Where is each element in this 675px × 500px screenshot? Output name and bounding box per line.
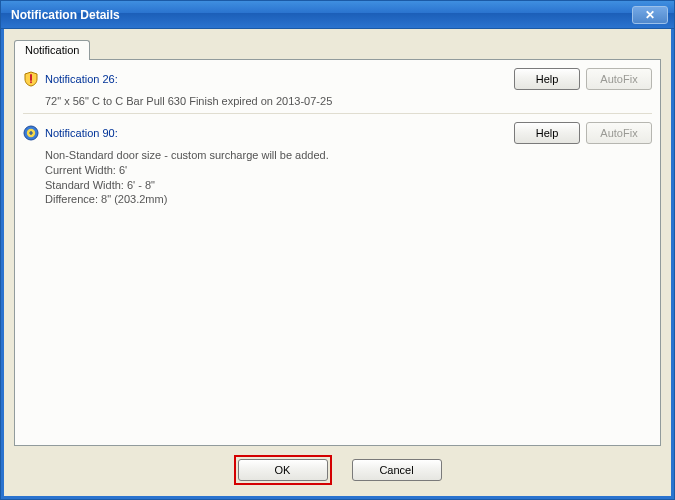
notification-body: 72" x 56" C to C Bar Pull 630 Finish exp…	[23, 92, 652, 114]
ok-highlight: OK	[234, 455, 332, 485]
dialog-window: Notification Details ✕ Notification	[0, 0, 675, 500]
close-icon: ✕	[645, 9, 655, 21]
notification-header: Notification 26: Help AutoFix	[23, 66, 652, 92]
ok-button[interactable]: OK	[238, 459, 328, 481]
cancel-button[interactable]: Cancel	[352, 459, 442, 481]
svg-point-0	[30, 81, 32, 83]
notification-item: Notification 26: Help AutoFix 72" x 56" …	[23, 66, 652, 114]
tab-label: Notification	[25, 44, 79, 56]
info-circle-icon	[23, 125, 39, 141]
tab-panel: Notification 26: Help AutoFix 72" x 56" …	[14, 59, 661, 446]
client-area: Notification Notification 26: Help	[1, 29, 674, 499]
help-button[interactable]: Help	[514, 122, 580, 144]
notification-item: Notification 90: Help AutoFix Non-Standa…	[23, 120, 652, 211]
close-button[interactable]: ✕	[632, 6, 668, 24]
notification-header: Notification 90: Help AutoFix	[23, 120, 652, 146]
notification-buttons: Help AutoFix	[514, 122, 652, 144]
tabstrip: Notification	[14, 37, 661, 59]
titlebar[interactable]: Notification Details ✕	[1, 1, 674, 29]
notification-title: Notification 26:	[45, 73, 508, 85]
help-button[interactable]: Help	[514, 68, 580, 90]
notification-buttons: Help AutoFix	[514, 68, 652, 90]
dialog-footer: OK Cancel	[14, 446, 661, 486]
shield-warning-icon	[23, 71, 39, 87]
autofix-button: AutoFix	[586, 122, 652, 144]
notification-body: Non-Standard door size - custom surcharg…	[23, 146, 652, 211]
autofix-button: AutoFix	[586, 68, 652, 90]
tab-notification[interactable]: Notification	[14, 40, 90, 60]
notification-title: Notification 90:	[45, 127, 508, 139]
window-title: Notification Details	[11, 8, 632, 22]
